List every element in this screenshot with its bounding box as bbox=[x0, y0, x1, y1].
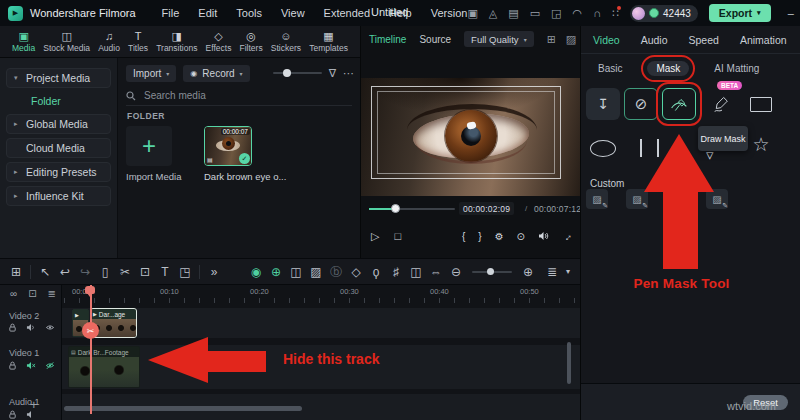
mark-out-button[interactable]: } bbox=[478, 231, 481, 242]
timeline-zoom-slider[interactable] bbox=[472, 271, 512, 273]
scopes-icon[interactable]: ▨ bbox=[566, 33, 576, 46]
snap-icon[interactable]: ⊡ bbox=[28, 288, 36, 299]
tab-templates[interactable]: ▦Templates bbox=[309, 31, 348, 53]
undo-icon[interactable]: ↩ bbox=[55, 266, 75, 278]
crop-icon[interactable]: ⊡ bbox=[135, 266, 155, 278]
subtab-basic[interactable]: Basic bbox=[598, 63, 622, 74]
export-image-icon[interactable]: ▨ bbox=[306, 266, 326, 278]
speaker-icon[interactable] bbox=[538, 231, 549, 241]
lock-icon[interactable] bbox=[8, 410, 17, 419]
shape-tool-icon[interactable]: ◳ bbox=[175, 266, 195, 278]
split-icon[interactable]: ✂ bbox=[115, 266, 135, 278]
import-dropdown[interactable]: Import▾ bbox=[126, 65, 176, 82]
record-dropdown[interactable]: ◉Record▾ bbox=[183, 65, 249, 82]
sidebar-item-cloud-media[interactable]: Cloud Media bbox=[6, 138, 111, 158]
tab-transitions[interactable]: ◨Transitions bbox=[156, 31, 197, 53]
sidebar-item-global-media[interactable]: ▸Global Media bbox=[6, 114, 111, 134]
sidebar-item-project-media[interactable]: ▾Project Media bbox=[6, 68, 111, 88]
account-pill[interactable]: 42443 bbox=[630, 5, 698, 22]
voiceover-icon[interactable]: ϙ bbox=[366, 266, 386, 278]
mask-outline-inner[interactable] bbox=[377, 91, 555, 174]
import-media-tile[interactable]: + bbox=[126, 126, 172, 166]
sidebar-item-editing-presets[interactable]: ▸Editing Presets bbox=[6, 162, 111, 182]
tab-stock-media[interactable]: ◫Stock Media bbox=[43, 31, 90, 53]
export-button[interactable]: Export ▾ bbox=[709, 4, 771, 22]
cloud-upload-icon[interactable]: ◠ bbox=[573, 8, 583, 19]
tab-media[interactable]: ▣Media bbox=[12, 31, 35, 53]
media-clip-tile[interactable]: 00:00:07 ▤ ✓ bbox=[204, 126, 252, 166]
track-height-icon[interactable]: ≣ bbox=[542, 266, 562, 278]
auto-ripple-icon[interactable]: ⇔ bbox=[426, 266, 446, 278]
horizontal-scrollbar[interactable] bbox=[64, 406, 302, 411]
marker-icon[interactable]: ◇ bbox=[346, 266, 366, 278]
tab-stickers[interactable]: ☺Stickers bbox=[271, 31, 301, 53]
tab-audio[interactable]: ♫Audio bbox=[98, 31, 120, 53]
motion-track-icon[interactable]: ⊕ bbox=[266, 266, 286, 278]
play-button[interactable]: ▷ bbox=[371, 230, 379, 243]
tab-video[interactable]: Video bbox=[593, 34, 620, 46]
custom-preset-1[interactable]: ▨✎ bbox=[586, 189, 608, 209]
seek-thumb[interactable] bbox=[391, 204, 400, 213]
apps-icon[interactable]: ∷ bbox=[612, 8, 619, 19]
search-input[interactable] bbox=[142, 89, 316, 102]
device-icon[interactable]: ▭ bbox=[530, 8, 540, 19]
menu-version[interactable]: Version bbox=[431, 7, 468, 19]
custom-preset-2[interactable]: ▨✎ bbox=[626, 189, 648, 209]
support-icon[interactable]: ∩ bbox=[593, 8, 601, 19]
seek-slider[interactable] bbox=[369, 208, 455, 210]
sidebar-item-folder[interactable]: Folder bbox=[24, 92, 111, 110]
select-tool-icon[interactable]: ↖ bbox=[35, 266, 55, 278]
filter-icon[interactable]: ∇ bbox=[329, 67, 336, 80]
mask-ellipse-button[interactable] bbox=[586, 132, 620, 164]
text-tool-icon[interactable]: T bbox=[155, 266, 175, 278]
tab-speed[interactable]: Speed bbox=[689, 34, 719, 46]
stop-button[interactable]: □ bbox=[394, 230, 401, 242]
tab-audio-props[interactable]: Audio bbox=[641, 34, 668, 46]
render-preview-icon[interactable]: ◫ bbox=[406, 266, 426, 278]
menu-tools[interactable]: Tools bbox=[236, 7, 262, 19]
eye-off-icon[interactable] bbox=[45, 361, 55, 370]
preview-grid-icon[interactable]: ⊞ bbox=[547, 33, 556, 46]
manage-tracks-icon[interactable]: ≣ bbox=[48, 288, 56, 299]
tab-titles[interactable]: TTitles bbox=[128, 31, 148, 53]
workspace-icon[interactable]: ⊞ bbox=[6, 266, 26, 278]
preview-tab-source[interactable]: Source bbox=[419, 34, 451, 45]
save-icon[interactable]: ◲ bbox=[551, 8, 561, 19]
export-frame-icon[interactable]: ◫ bbox=[286, 266, 306, 278]
subtab-mask[interactable]: Mask bbox=[647, 61, 689, 76]
track-height-chevron-icon[interactable]: ▾ bbox=[562, 268, 574, 276]
split-at-playhead-button[interactable]: ✂ bbox=[82, 322, 99, 339]
minimize-button[interactable]: – bbox=[788, 7, 794, 20]
preview-tab-timeline[interactable]: Timeline bbox=[369, 34, 406, 45]
speaker-muted-icon[interactable] bbox=[26, 361, 36, 370]
timeline-ruler[interactable] bbox=[64, 298, 580, 303]
settings-gear-icon[interactable]: ⚙ bbox=[495, 231, 504, 242]
delete-icon[interactable]: ▯ bbox=[95, 266, 115, 278]
add-track-button[interactable]: + bbox=[30, 397, 38, 412]
tab-animation[interactable]: Animation bbox=[740, 34, 787, 46]
sidebar-item-influence-kit[interactable]: ▸Influence Kit bbox=[6, 186, 111, 206]
link-clips-icon[interactable]: ∞ bbox=[10, 288, 17, 299]
speaker-icon[interactable] bbox=[26, 323, 36, 332]
lock-icon[interactable] bbox=[8, 323, 17, 332]
more-icon[interactable]: ⋯ bbox=[343, 67, 354, 80]
playhead[interactable] bbox=[90, 285, 92, 414]
promote-icon[interactable]: ◬ bbox=[489, 8, 497, 19]
video2-track-lane[interactable] bbox=[62, 308, 580, 338]
search-bar[interactable] bbox=[126, 86, 352, 106]
mask-star-button[interactable]: ☆ bbox=[744, 128, 778, 160]
snapshot-icon[interactable]: ⊙ bbox=[517, 231, 525, 242]
vertical-scrollbar[interactable] bbox=[567, 342, 571, 384]
menu-view[interactable]: View bbox=[281, 7, 305, 19]
zoom-in-icon[interactable]: ⊕ bbox=[518, 266, 538, 278]
mask-rectangle-button[interactable] bbox=[744, 88, 778, 120]
mask-none-button[interactable]: ⊘ bbox=[624, 88, 658, 120]
mask-ai-draw-button[interactable] bbox=[705, 88, 739, 120]
redo-icon[interactable]: ↪ bbox=[75, 266, 95, 278]
tab-effects[interactable]: ◇Effects bbox=[206, 31, 232, 53]
eye-icon[interactable] bbox=[45, 323, 55, 332]
zoom-out-icon[interactable]: ⊖ bbox=[446, 266, 466, 278]
lock-icon[interactable] bbox=[8, 361, 17, 370]
gift-icon[interactable]: ▣ bbox=[467, 8, 477, 19]
ai-portrait-icon[interactable]: ◉ bbox=[246, 266, 266, 278]
